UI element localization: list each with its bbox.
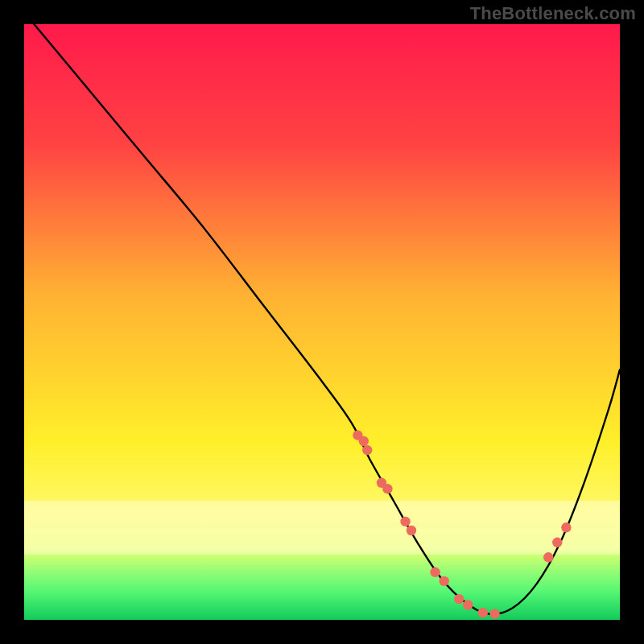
highlight-point (362, 445, 372, 455)
plot-area (24, 24, 620, 620)
highlight-point (552, 538, 562, 547)
highlight-point (359, 436, 369, 446)
svg-rect-2 (24, 548, 620, 620)
highlight-point (489, 609, 499, 618)
highlight-point (382, 484, 392, 493)
highlight-point (440, 576, 449, 586)
svg-rect-1 (24, 501, 620, 555)
highlight-point (400, 517, 410, 526)
highlight-point (561, 522, 571, 532)
highlight-point (478, 608, 488, 617)
highlight-point (430, 568, 440, 577)
chart-svg (24, 24, 620, 620)
highlight-point (407, 526, 416, 535)
watermark-label: TheBottleneck.com (470, 3, 636, 24)
chart-frame: TheBottleneck.com (0, 0, 644, 644)
highlight-point (454, 594, 464, 604)
highlight-point (543, 552, 553, 562)
highlight-point (463, 600, 473, 609)
